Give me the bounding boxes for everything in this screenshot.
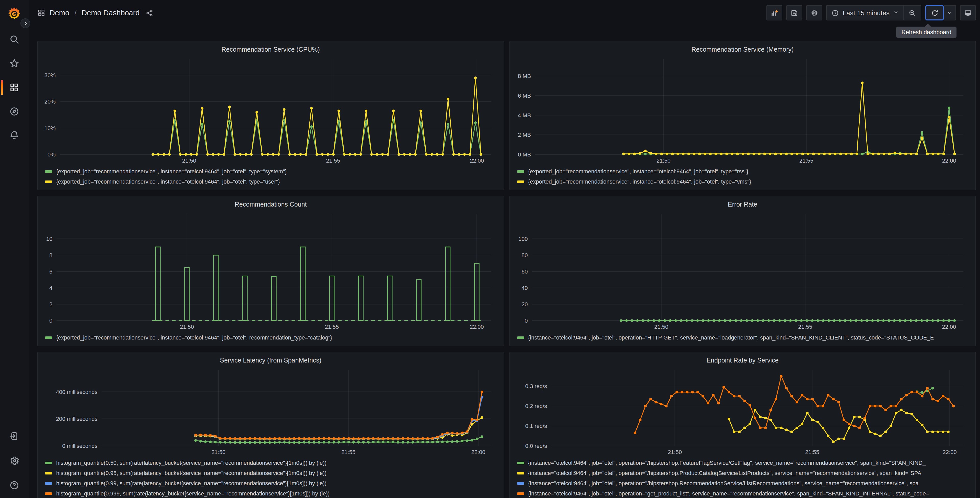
bell-icon: [9, 130, 19, 140]
legend: {exported_job="recommendationservice", i…: [515, 166, 970, 188]
kiosk-mode-button[interactable]: [960, 5, 976, 21]
clock-icon: [831, 9, 839, 17]
series-swatch: [517, 170, 524, 172]
series-swatch: [517, 336, 524, 339]
svg-text:21:55: 21:55: [341, 449, 355, 455]
svg-text:21:55: 21:55: [325, 324, 339, 330]
sidebar-item-explore[interactable]: [0, 106, 29, 117]
recommendations-count-chart[interactable]: 024681021:5021:5522:00: [43, 210, 498, 332]
legend-item[interactable]: {instance="otelcol:9464", job="otel", op…: [517, 478, 968, 488]
legend-item[interactable]: histogram_quantile(0.99, sum(rate(latenc…: [45, 478, 496, 488]
top-bar: Demo / Demo Dashboard Last 15 minutes: [29, 0, 980, 26]
legend-item[interactable]: histogram_quantile(0.95, sum(rate(latenc…: [45, 468, 496, 478]
panel-error-rate: Error Rate 02040608010021:5021:5522:00 {…: [509, 196, 976, 346]
svg-text:6: 6: [49, 268, 52, 275]
svg-text:200 milliseconds: 200 milliseconds: [56, 416, 97, 422]
grafana-app: Demo / Demo Dashboard Last 15 minutes: [0, 0, 980, 498]
legend-item[interactable]: histogram_quantile(0.999, sum(rate(laten…: [45, 488, 496, 498]
save-dashboard-button[interactable]: [786, 5, 802, 21]
legend-item[interactable]: {instance="otelcol:9464", job="otel", op…: [517, 468, 968, 478]
series-swatch: [517, 461, 524, 464]
legend: {instance="otelcol:9464", job="otel", op…: [515, 457, 970, 498]
dashboard-settings-button[interactable]: [806, 5, 822, 21]
endpoint-rate-chart[interactable]: 0.0 req/s0.1 req/s0.2 req/s0.3 req/s21:5…: [515, 366, 970, 457]
svg-text:0: 0: [525, 318, 528, 324]
refresh-icon: [931, 9, 939, 17]
sidebar-nav: [0, 34, 29, 141]
svg-text:21:50: 21:50: [180, 324, 194, 330]
panel-recommendation-memory: Recommendation Service (Memory) 0 MB2 MB…: [509, 41, 976, 190]
add-panel-button[interactable]: [767, 5, 782, 21]
legend-item[interactable]: {exported_job="recommendationservice", i…: [45, 332, 496, 343]
sidebar-item-search[interactable]: [0, 34, 29, 45]
svg-text:0.2 req/s: 0.2 req/s: [525, 403, 547, 409]
panel-recommendations-count: Recommendations Count 024681021:5021:552…: [37, 196, 504, 346]
legend-item[interactable]: histogram_quantile(0.50, sum(rate(latenc…: [45, 458, 496, 468]
panel-title[interactable]: Recommendation Service (Memory): [515, 44, 970, 55]
dashboards-grid-icon: [9, 82, 19, 93]
sidebar-item-help[interactable]: [0, 480, 29, 491]
sidebar-bottom: [0, 431, 29, 491]
svg-text:21:55: 21:55: [805, 449, 819, 455]
sidebar-item-alerting[interactable]: [0, 130, 29, 141]
svg-text:20%: 20%: [45, 99, 56, 105]
svg-text:20: 20: [521, 301, 527, 308]
time-range-picker[interactable]: Last 15 minutes: [827, 6, 904, 20]
sidebar-item-dashboards[interactable]: [0, 82, 29, 93]
search-icon: [9, 34, 19, 45]
chevron-down-icon: [947, 10, 952, 16]
panel-title[interactable]: Service Latency (from SpanMetrics): [43, 355, 498, 366]
svg-text:21:55: 21:55: [798, 324, 812, 330]
zoom-out-icon: [908, 9, 916, 17]
breadcrumb-page-title[interactable]: Demo Dashboard: [81, 9, 140, 17]
svg-text:400 milliseconds: 400 milliseconds: [56, 389, 97, 395]
grafana-logo-icon[interactable]: [6, 6, 22, 21]
svg-text:0.1 req/s: 0.1 req/s: [525, 423, 547, 429]
error-rate-chart[interactable]: 02040608010021:5021:5522:00: [515, 210, 970, 332]
legend-item[interactable]: {instance="otelcol:9464", job="otel", op…: [517, 458, 968, 468]
svg-text:40: 40: [521, 285, 527, 291]
sign-in-icon: [9, 431, 19, 441]
svg-text:30%: 30%: [45, 72, 56, 78]
refresh-dashboard-button[interactable]: [925, 5, 944, 21]
legend-item[interactable]: {instance="otelcol:9464", job="otel", op…: [517, 332, 968, 343]
time-range-label: Last 15 minutes: [843, 9, 889, 17]
svg-text:22:00: 22:00: [470, 158, 484, 164]
svg-text:0.3 req/s: 0.3 req/s: [525, 383, 547, 389]
panel-title[interactable]: Endpoint Rate by Service: [515, 355, 970, 366]
dashboard-toolbar: Last 15 minutes: [767, 5, 976, 21]
legend-item[interactable]: {instance="otelcol:9464", job="otel", op…: [517, 488, 968, 498]
sidebar-item-settings[interactable]: [0, 455, 29, 466]
legend-item[interactable]: {exported_job="recommendationservice", i…: [517, 176, 968, 187]
share-dashboard-button[interactable]: [146, 9, 153, 17]
cpu-chart[interactable]: 0%10%20%30%21:5021:5522:00: [43, 55, 498, 166]
series-swatch: [517, 472, 524, 474]
svg-text:21:55: 21:55: [326, 158, 340, 164]
breadcrumb-section[interactable]: Demo: [49, 9, 69, 17]
refresh-interval-button[interactable]: [944, 5, 956, 21]
panel-title[interactable]: Recommendations Count: [43, 199, 498, 210]
legend-item[interactable]: {exported_job="recommendationservice", i…: [517, 166, 968, 176]
sidebar-item-sign-in[interactable]: [0, 431, 29, 442]
chevron-down-icon: [893, 8, 899, 18]
compass-icon: [9, 106, 19, 117]
zoom-out-button[interactable]: [904, 6, 921, 20]
panel-title[interactable]: Error Rate: [515, 199, 970, 210]
service-latency-chart[interactable]: 0 milliseconds200 milliseconds400 millis…: [43, 366, 498, 457]
svg-text:21:50: 21:50: [182, 158, 196, 164]
panel-title[interactable]: Recommendation Service (CPU%): [43, 44, 498, 55]
expand-sidebar-button[interactable]: [21, 18, 30, 28]
svg-text:10: 10: [46, 236, 52, 242]
legend-item[interactable]: {exported_job="recommendationservice", i…: [45, 166, 496, 176]
svg-text:22:00: 22:00: [471, 449, 485, 455]
panel-endpoint-rate: Endpoint Rate by Service 0.0 req/s0.1 re…: [509, 352, 976, 498]
memory-chart[interactable]: 0 MB2 MB4 MB6 MB8 MB21:5021:5522:00: [515, 55, 970, 166]
sidebar-item-starred[interactable]: [0, 58, 29, 69]
legend-item[interactable]: {exported_job="recommendationservice", i…: [45, 176, 496, 187]
svg-text:0: 0: [49, 318, 52, 324]
svg-text:22:00: 22:00: [942, 449, 956, 455]
apps-grid-icon: [37, 9, 46, 17]
sidebar: [0, 0, 29, 498]
svg-text:8 MB: 8 MB: [518, 73, 531, 79]
svg-text:22:00: 22:00: [942, 324, 956, 330]
